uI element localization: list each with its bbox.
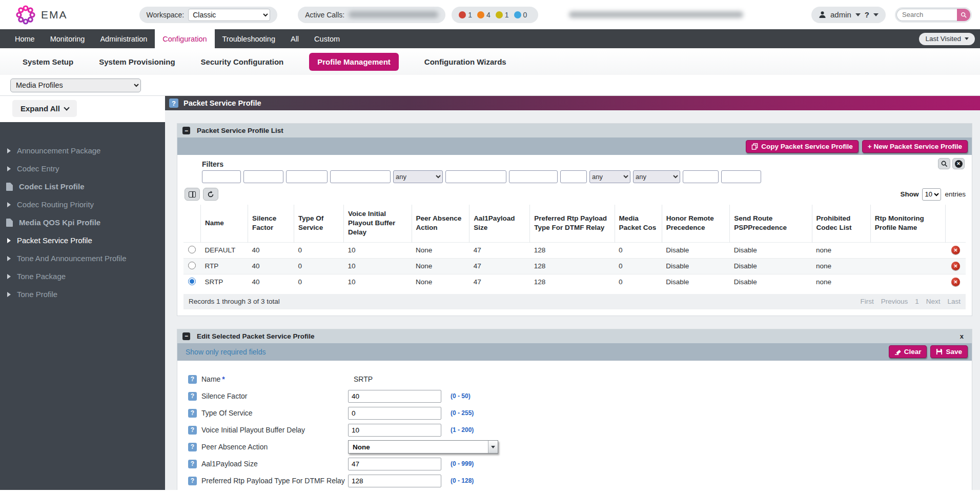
apply-filter-button[interactable] — [938, 158, 950, 169]
search-input[interactable] — [896, 9, 957, 21]
col-voice-initial[interactable]: Voice Initial Playout Buffer Delay — [344, 205, 412, 242]
table-row: DEFAULT40010None471280DisableDisablenone… — [183, 242, 966, 258]
sidebar-item-tone-and-announcement-profile[interactable]: Tone And Announcement Profile — [0, 249, 165, 267]
page-previous[interactable]: Previous — [881, 298, 908, 305]
sidebar-item-codec-entry[interactable]: Codec Entry — [0, 160, 165, 178]
field-help-icon[interactable]: ? — [188, 443, 197, 451]
sidebar-item-tone-profile[interactable]: Tone Profile — [0, 285, 165, 303]
col-aal1payload[interactable]: Aal1Payload Size — [469, 205, 530, 242]
collapse-icon[interactable]: − — [182, 127, 190, 134]
filter-name-input[interactable] — [202, 170, 241, 183]
filter-media-packet-cos-input[interactable] — [560, 170, 587, 183]
nav-item-home[interactable]: Home — [7, 29, 43, 48]
row-select-radio[interactable] — [188, 262, 196, 269]
preferred-rtp-payload-input[interactable] — [348, 475, 441, 487]
workspace-select[interactable]: Classic — [188, 9, 270, 21]
field-help-icon[interactable]: ? — [188, 392, 197, 401]
col-media-packet-cos[interactable]: Media Packet Cos — [615, 205, 662, 242]
col-rtp-monitoring[interactable]: Rtp Monitoring Profile Name — [870, 205, 946, 242]
sidebar-item-announcement-package[interactable]: Announcement Package — [0, 142, 165, 160]
aal1payload-size-input[interactable] — [348, 458, 441, 470]
delete-row-icon[interactable]: ✕ — [951, 278, 960, 286]
filter-send-route-select[interactable]: any — [633, 170, 680, 183]
field-help-icon[interactable]: ? — [188, 477, 197, 485]
nav-item-monitoring[interactable]: Monitoring — [43, 29, 93, 48]
active-calls-group: Active Calls: — [298, 7, 445, 23]
page-last[interactable]: Last — [947, 298, 961, 305]
filter-aal1payload-input[interactable] — [445, 170, 506, 183]
filter-type-of-service-input[interactable] — [286, 170, 328, 183]
user-menu[interactable]: admin ? — [811, 7, 886, 23]
sidebar-item-packet-service-profile[interactable]: Packet Service Profile — [0, 231, 165, 249]
field-help-icon[interactable]: ? — [188, 375, 197, 384]
column-chooser-button[interactable] — [185, 188, 200, 201]
last-visited-button[interactable]: Last Visited — [919, 33, 975, 45]
alarm-dot-critical[interactable] — [459, 11, 466, 18]
alarm-dot-minor[interactable] — [496, 11, 503, 18]
copy-profile-button[interactable]: Copy Packet Service Profile — [746, 140, 859, 153]
col-honor-remote[interactable]: Honor Remote Precedence — [662, 205, 730, 242]
search-button[interactable] — [957, 9, 970, 21]
voice-initial-playout-input[interactable] — [348, 424, 441, 437]
col-name[interactable]: Name — [201, 205, 248, 242]
nav-item-all[interactable]: All — [283, 29, 307, 48]
page-first[interactable]: First — [860, 298, 873, 305]
field-help-icon[interactable]: ? — [188, 409, 197, 418]
sidebar-item-tone-package[interactable]: Tone Package — [0, 267, 165, 285]
col-send-route[interactable]: Send Route PSPPrecedence — [730, 205, 812, 242]
nav-item-administration[interactable]: Administration — [92, 29, 155, 48]
sidebar-item-media-qos-kpi-profile[interactable]: Media QOS Kpi Profile — [0, 213, 165, 231]
col-prohibited-codec[interactable]: Prohibited Codec List — [812, 205, 870, 242]
row-select-radio[interactable] — [188, 246, 196, 253]
filter-peer-absence-select[interactable]: any — [393, 170, 443, 183]
filter-rtp-monitoring-input[interactable] — [721, 170, 761, 183]
subnav-system-setup[interactable]: System Setup — [23, 57, 73, 66]
filter-prohibited-codec-input[interactable] — [683, 170, 719, 183]
col-preferred-rtp[interactable]: Preferred Rtp Payload Type For DTMF Rela… — [530, 205, 615, 242]
new-profile-button[interactable]: + New Packet Service Profile — [862, 140, 968, 153]
sidebar-item-codec-routing-priority[interactable]: Codec Routing Priority — [0, 195, 165, 213]
show-entries-select[interactable]: 10 — [922, 188, 941, 201]
required-fields-link[interactable]: Show only required fields — [186, 348, 266, 356]
col-silence-factor[interactable]: Silence Factor — [248, 205, 294, 242]
clear-filter-button[interactable]: ✕ — [952, 158, 965, 169]
alarm-dot-major[interactable] — [477, 11, 484, 18]
type-of-service-input[interactable] — [348, 407, 441, 420]
delete-row-icon[interactable]: ✕ — [951, 246, 960, 254]
filter-voice-initial-input[interactable] — [330, 170, 391, 183]
clear-button[interactable]: Clear — [889, 345, 927, 358]
field-label-voice-initial: Voice Initial Playout Buffer Delay — [201, 426, 348, 434]
help-icon[interactable]: ? — [865, 10, 869, 19]
table-cell: 47 — [469, 258, 530, 274]
sidebar-item-codec-list-profile[interactable]: Codec List Profile — [0, 178, 165, 195]
alarm-dot-info[interactable] — [514, 11, 521, 18]
subnav-security-configuration[interactable]: Security Configuration — [201, 57, 284, 66]
subnav-configuration-wizards[interactable]: Configuration Wizards — [424, 57, 506, 66]
delete-row-icon[interactable]: ✕ — [951, 262, 960, 270]
peer-absence-action-select[interactable]: None — [348, 440, 498, 454]
subnav-profile-management[interactable]: Profile Management — [309, 53, 399, 71]
row-select-radio[interactable] — [188, 278, 196, 285]
field-help-icon[interactable]: ? — [188, 460, 197, 468]
collapse-icon[interactable]: − — [182, 332, 190, 340]
silence-factor-input[interactable] — [348, 390, 441, 403]
filter-honor-remote-select[interactable]: any — [589, 170, 630, 183]
save-button[interactable]: Save — [930, 345, 968, 358]
filter-silence-factor-input[interactable] — [243, 170, 283, 183]
nav-item-configuration[interactable]: Configuration — [155, 29, 214, 48]
page-next[interactable]: Next — [926, 298, 941, 305]
nav-item-troubleshooting[interactable]: Troubleshooting — [215, 29, 283, 48]
page-help-icon[interactable]: ? — [169, 99, 178, 108]
field-help-icon[interactable]: ? — [188, 426, 197, 435]
expand-all-button[interactable]: Expand All — [12, 100, 77, 117]
profile-category-select[interactable]: Media Profiles — [10, 78, 141, 92]
refresh-button[interactable] — [203, 188, 218, 201]
subnav-system-provisioning[interactable]: System Provisioning — [99, 57, 175, 66]
filter-preferred-rtp-input[interactable] — [509, 170, 558, 183]
nav-item-custom[interactable]: Custom — [307, 29, 348, 48]
close-icon[interactable]: x — [960, 332, 967, 340]
page-number[interactable]: 1 — [915, 298, 919, 305]
col-type-of-service[interactable]: Type Of Service — [294, 205, 344, 242]
combo-dropdown-button[interactable] — [488, 441, 498, 453]
col-peer-absence[interactable]: Peer Absence Action — [412, 205, 469, 242]
